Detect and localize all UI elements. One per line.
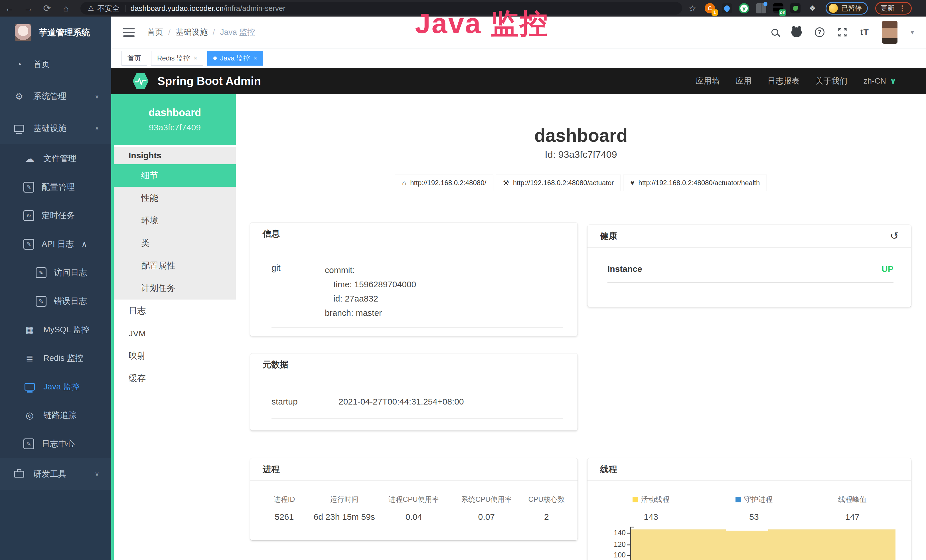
timer-icon: ↻ <box>23 210 34 221</box>
not-secure-label[interactable]: 不安全 <box>98 3 120 14</box>
log-icon: ✎ <box>36 267 47 278</box>
sidebar-item-label: Java 监控 <box>43 381 80 392</box>
sidebar-item-java-monitor[interactable]: Java 监控 <box>0 372 111 401</box>
app-logo <box>15 24 31 41</box>
sidebar-item-dev-tools[interactable]: 研发工具 ∨ <box>0 458 111 490</box>
history-icon[interactable]: ↺ <box>890 230 899 242</box>
sba-menu-classes[interactable]: 类 <box>114 232 236 254</box>
address-bar[interactable]: ⚠ 不安全 dashboard.yudao.iocoder.cn /infra/… <box>80 2 682 15</box>
sba-header: Spring Boot Admin 应用墙 应用 日志报表 关于我们 zh-CN… <box>111 68 926 94</box>
service-url-chip[interactable]: ⌂ http://192.168.0.2:48080/ <box>395 175 493 191</box>
browser-menu-icon[interactable]: ⋮ <box>898 4 906 13</box>
sidebar-item-home[interactable]: ◔ 首页 <box>0 48 111 80</box>
sidebar-item-label: Redis 监控 <box>43 353 83 364</box>
search-icon[interactable] <box>772 29 778 36</box>
sba-menu-logs[interactable]: 日志 <box>114 300 236 322</box>
font-size-icon[interactable]: tT <box>860 27 869 37</box>
sba-nav-applications[interactable]: 应用 <box>736 76 752 86</box>
metadata-value: 2021-04-27T00:44:31.254+08:00 <box>339 397 464 407</box>
bookmark-star-icon[interactable]: ☆ <box>688 3 696 14</box>
sba-menu-scheduled-tasks[interactable]: 计划任务 <box>114 277 236 300</box>
browser-update-button[interactable]: 更新 ⋮ <box>875 2 912 15</box>
extension-icon-y[interactable]: y <box>739 3 749 14</box>
edit-icon: ✎ <box>23 182 34 192</box>
sidebar-item-scheduled-jobs[interactable]: ↻ 定时任务 <box>0 201 111 230</box>
sba-language-select[interactable]: zh-CN ∨ <box>864 76 896 86</box>
sba-menu-environment[interactable]: 环境 <box>114 209 236 232</box>
sidebar-item-log-center[interactable]: ✎ 日志中心 <box>0 430 111 458</box>
info-card-title: 信息 <box>250 222 578 245</box>
browser-home-icon[interactable]: ⌂ <box>56 3 75 14</box>
divider <box>271 327 563 328</box>
breadcrumb-home[interactable]: 首页 <box>147 27 163 38</box>
fullscreen-icon[interactable] <box>838 27 847 37</box>
sidebar-item-mysql-monitor[interactable]: ▦ MySQL 监控 <box>0 316 111 344</box>
breadcrumb-current: Java 监控 <box>220 27 255 38</box>
process-uptime: 6d 23h 15m 59s <box>313 512 376 522</box>
legend-daemon: 守护进程 <box>709 495 799 504</box>
chevron-down-icon: ∨ <box>95 471 99 478</box>
chevron-up-icon: ∧ <box>95 125 99 132</box>
sidebar-item-infrastructure[interactable]: 基础设施 ∧ <box>0 112 111 144</box>
live-threads-area <box>631 530 896 560</box>
extension-icon-switch[interactable]: on <box>773 3 784 14</box>
profile-paused-chip[interactable]: 已暂停 <box>826 2 868 15</box>
user-avatar[interactable] <box>882 21 897 44</box>
help-icon[interactable]: ? <box>815 27 825 37</box>
sba-nav-about[interactable]: 关于我们 <box>816 76 847 86</box>
sba-instance-header[interactable]: dashboard 93a3fc7f7409 <box>114 94 236 145</box>
extension-on-badge: on <box>779 9 786 16</box>
sidebar-toggle[interactable] <box>123 28 135 37</box>
process-id: 5261 <box>256 512 313 522</box>
sba-menu-config-properties[interactable]: 配置属性 <box>114 254 236 277</box>
tab-java-monitor[interactable]: Java 监控 × <box>207 51 263 66</box>
close-icon[interactable]: × <box>254 54 257 62</box>
tab-redis-monitor[interactable]: Redis 监控 × <box>151 51 203 66</box>
tab-label: 首页 <box>127 54 141 63</box>
log-icon: ✎ <box>23 439 34 449</box>
breadcrumb: 首页 / 基础设施 / Java 监控 <box>147 27 255 38</box>
extension-icon-grid[interactable] <box>756 3 766 14</box>
health-row[interactable]: Instance UP <box>607 264 893 274</box>
actuator-url-chip[interactable]: ⚒ http://192.168.0.2:48080/actuator <box>496 175 621 191</box>
wrench-icon: ⚒ <box>503 179 509 187</box>
extensions-puzzle-icon[interactable]: ❖ <box>807 3 818 14</box>
y-tick-100: 100 <box>614 551 630 559</box>
process-cpu: 0.04 <box>376 512 452 522</box>
sidebar-item-system-mgmt[interactable]: ⚙ 系统管理 ∨ <box>0 80 111 112</box>
health-card-title: 健康 <box>600 230 617 242</box>
sba-nav-journal[interactable]: 日志报表 <box>768 76 800 86</box>
sidebar-item-error-log[interactable]: ✎ 错误日志 <box>0 287 111 316</box>
chevron-down-icon: ∨ <box>95 93 99 100</box>
sba-nav-wall[interactable]: 应用墙 <box>696 76 720 86</box>
sba-menu-caches[interactable]: 缓存 <box>114 367 236 390</box>
browser-back-icon[interactable]: ← <box>0 3 19 14</box>
sba-brand[interactable]: Spring Boot Admin <box>132 72 261 90</box>
sidebar-item-config-mgmt[interactable]: ✎ 配置管理 <box>0 173 111 201</box>
sidebar-item-label: 错误日志 <box>54 295 87 307</box>
tab-home[interactable]: 首页 <box>121 51 147 66</box>
sba-menu-details[interactable]: 细节 <box>114 164 236 187</box>
sba-menu-mappings[interactable]: 映射 <box>114 345 236 367</box>
browser-forward-icon[interactable]: → <box>19 3 38 14</box>
extension-icon-leaf[interactable] <box>790 3 800 14</box>
sidebar-item-api-log[interactable]: ✎ API 日志 ∧ <box>0 230 111 259</box>
sba-menu-metrics[interactable]: 性能 <box>114 187 236 209</box>
sidebar-item-label: 研发工具 <box>33 468 67 480</box>
app-title: 芋道管理系统 <box>39 27 90 38</box>
sidebar-item-access-log[interactable]: ✎ 访问日志 <box>0 259 111 287</box>
sidebar-item-tracing[interactable]: ◎ 链路追踪 <box>0 401 111 430</box>
metadata-key: startup <box>271 397 339 407</box>
extension-icon-pin[interactable] <box>722 3 732 14</box>
close-icon[interactable]: × <box>194 54 197 62</box>
sidebar-item-redis-monitor[interactable]: ≣ Redis 监控 <box>0 344 111 372</box>
browser-reload-icon[interactable]: ⟳ <box>38 3 56 14</box>
chevron-down-icon: ∨ <box>890 77 896 86</box>
breadcrumb-infrastructure[interactable]: 基础设施 <box>176 27 207 38</box>
sidebar-item-file-mgmt[interactable]: ☁ 文件管理 <box>0 144 111 173</box>
health-url-chip[interactable]: ♥ http://192.168.0.2:48080/actuator/heal… <box>623 175 767 191</box>
extension-icon-orange[interactable]: C1 <box>705 3 715 14</box>
user-menu-caret-icon[interactable]: ▾ <box>911 28 914 36</box>
sba-menu-jvm[interactable]: JVM <box>114 322 236 345</box>
github-icon[interactable] <box>791 27 802 37</box>
